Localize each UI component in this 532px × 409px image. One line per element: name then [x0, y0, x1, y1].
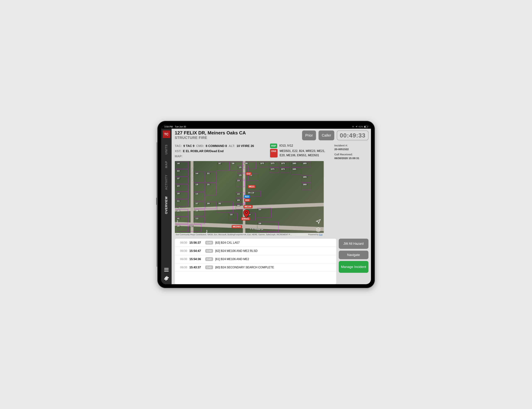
sidebar: TC UNITSMAPACTIVITYOVERVIEW: [161, 129, 171, 284]
parcel-label: 1885: [292, 168, 297, 170]
parcel-label: 115: [236, 193, 240, 195]
parcel-label: 1975: [280, 168, 285, 170]
map-unit-b24[interactable]: B24: [244, 199, 250, 202]
cmd-value: 8 COMMAND 8: [206, 144, 227, 148]
battery-pct: 41%: [359, 126, 363, 128]
parcel-label: 164: [258, 209, 262, 210]
log-message: [61] B24 ME106 AND ME2: [215, 258, 333, 261]
log-time: 15:43:37: [190, 266, 203, 269]
incident-meta: TAC: 9 TAC 9 CMD: 8 COMMAND 8 ALT: 10 VF…: [175, 144, 369, 160]
maploc-label: MAP:: [175, 155, 182, 158]
parcel-label: 1885: [302, 184, 307, 186]
battery-icon: [364, 126, 368, 128]
menu-icon[interactable]: [164, 267, 169, 273]
log-time: 15:56:37: [190, 241, 203, 244]
parcel-label: 1885: [292, 163, 297, 164]
svg-rect-2: [164, 271, 169, 272]
navigate-button[interactable]: Navigate: [339, 251, 369, 259]
sidebar-tab-overview[interactable]: OVERVIEW: [165, 194, 168, 217]
layers-icon[interactable]: [315, 227, 322, 233]
status-date: Tue Jun 30: [175, 126, 186, 128]
parcel-label: 132: [229, 214, 233, 216]
parcel-label: 144: [195, 173, 199, 174]
tac-label: TAC:: [175, 144, 182, 148]
log-date: 06/30: [178, 241, 187, 244]
log-source-badge: CAD: [205, 249, 213, 253]
parcel-label: 141: [176, 218, 180, 219]
rsp-badge: RSP: [270, 144, 277, 148]
log-row[interactable]: 06/3015:54:47CAD[62] B24 ME106 AND ME2 R…: [175, 247, 336, 255]
log-message: [60] B24 SECONDARY SEARCH COMPLETE: [215, 266, 333, 269]
sidebar-tab-units[interactable]: UNITS: [165, 142, 168, 157]
incident-header: 127 FELIX DR, Meiners Oaks CA STRUCTURE …: [175, 130, 369, 140]
rsp-units: IO13, IV12: [279, 144, 293, 148]
street-label: N Pueblo Ave: [191, 168, 193, 181]
map-unit-me21[interactable]: ME21: [248, 185, 256, 188]
parcel-label: 162: [218, 202, 222, 204]
ipad-frame: 3:59 PM Tue Jun 30 41% TC UNITSMAPACTIVI…: [157, 121, 375, 288]
street-label: lar Dr: [176, 207, 181, 209]
parcel-label: 129: [238, 174, 242, 176]
incident-timer: 00:49:33: [337, 130, 368, 140]
parcel-label: 1885: [302, 176, 307, 178]
parcel-label: 1975: [270, 168, 275, 170]
log-row[interactable]: 06/3015:54:36CAD[61] B24 ME106 AND ME2: [175, 255, 336, 263]
log-date: 06/30: [178, 249, 187, 253]
sidebar-tabs: UNITSMAPACTIVITYOVERVIEW: [165, 142, 168, 264]
map-unit-me106[interactable]: ME106: [244, 205, 253, 208]
parcel-label: 190: [258, 223, 262, 225]
parcel-label: 1975: [270, 163, 275, 164]
parcel-label: 1975: [280, 163, 285, 164]
ons-units: MED501, E22, B24, MRE23, ME21, E20, ME10…: [280, 149, 331, 157]
svg-rect-1: [164, 269, 169, 270]
sidebar-tab-map[interactable]: MAP: [165, 158, 168, 171]
map-unit-med501[interactable]: MED501: [232, 225, 242, 228]
map-canvas[interactable]: 1481531371231301111361411091171441351151…: [175, 161, 324, 236]
log-time: 15:54:47: [190, 249, 203, 253]
log-row[interactable]: 06/3015:56:37CAD[63] B24 CXL LA57: [175, 239, 336, 247]
log-message: [62] B24 ME106 AND ME2 RLSD: [215, 249, 333, 253]
log-source-badge: CAD: [205, 265, 213, 269]
map-unit-e22[interactable]: E22: [246, 172, 252, 175]
wifi-icon: [352, 125, 354, 128]
parcel-label: 153: [176, 170, 180, 172]
map-pin-icon: [243, 210, 250, 218]
parcel-label: 115: [195, 193, 199, 195]
map-attribution-text: Esri Community Maps Contributors, NASA, …: [176, 234, 292, 236]
esri-link[interactable]: Esri: [319, 234, 323, 236]
log-time: 15:54:36: [190, 258, 203, 261]
map-unit-r23[interactable]: R23: [244, 195, 250, 198]
log-date: 06/30: [178, 266, 187, 269]
call-received-value: 06/30/2020 15:09:31: [334, 156, 369, 160]
parcel-label: 117: [190, 225, 194, 227]
hazard-button[interactable]: JW All Hazard: [339, 239, 369, 249]
gear-icon[interactable]: [164, 276, 169, 281]
parcel-label: 148: [176, 163, 180, 164]
parcel-label: 106: [206, 202, 210, 204]
parcel-label: 109: [176, 225, 180, 227]
xst-label: XST:: [175, 149, 181, 153]
locate-me-icon[interactable]: [315, 218, 322, 225]
app-logo[interactable]: TC: [163, 130, 170, 138]
log-source-badge: CAD: [205, 257, 213, 261]
prior-button[interactable]: Prior: [302, 130, 316, 140]
map-unit-ems51[interactable]: EMS51: [241, 217, 250, 220]
incident-address: 127 FELIX DR, Meiners Oaks CA: [175, 130, 300, 135]
manage-incident-button[interactable]: Manage Incident: [339, 261, 369, 273]
log-row[interactable]: 06/3015:43:37CAD[60] B24 SECONDARY SEARC…: [175, 263, 336, 272]
parcel-label: 107: [195, 202, 199, 204]
log-date: 06/30: [178, 258, 187, 261]
activity-log[interactable]: 06/3015:56:37CAD[63] B24 CXL LA5706/3015…: [175, 239, 336, 284]
radio-channels: TAC: 9 TAC 9 CMD: 8 COMMAND 8 ALT: 10 VF…: [175, 144, 266, 160]
svg-rect-0: [164, 268, 169, 269]
unit-status: RSP IO13, IV12 ONS MED501, E22, B24, MRE…: [270, 144, 331, 160]
log-message: [63] B24 CXL LA57: [215, 241, 333, 244]
timer-value: 00:49:33: [340, 132, 365, 139]
parcel-label: 151: [206, 173, 210, 174]
caller-button[interactable]: Caller: [319, 130, 334, 140]
sidebar-tab-activity[interactable]: ACTIVITY: [165, 172, 168, 192]
map-attribution: Esri Community Maps Contributors, NASA, …: [175, 233, 324, 236]
incident-info: Incident #: 20-0051522 Call Received: 06…: [334, 144, 369, 160]
parcel-label: 1885: [302, 163, 307, 164]
alt-label: ALT:: [229, 144, 235, 148]
